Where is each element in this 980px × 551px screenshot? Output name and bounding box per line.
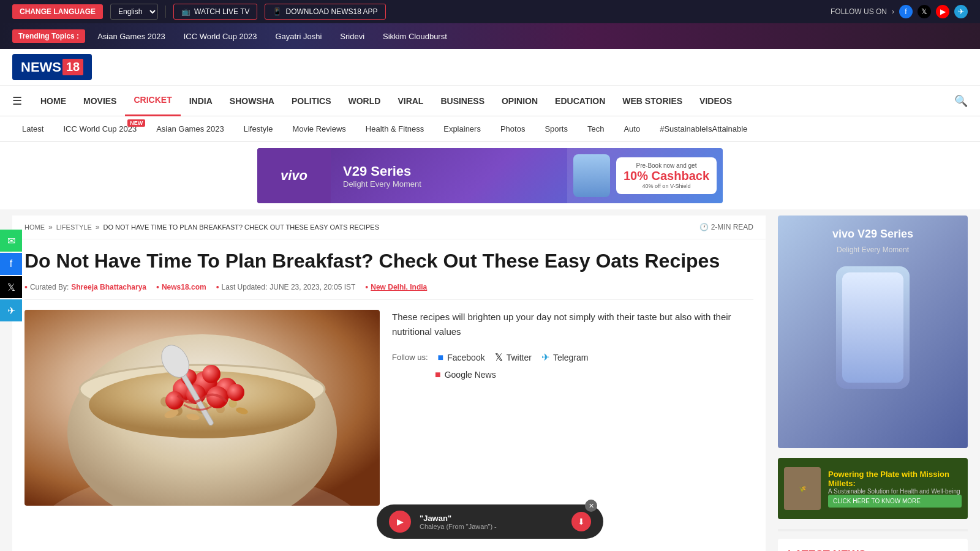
ad-subtitle: Delight Every Moment (343, 179, 555, 189)
nav-movies[interactable]: MOVIES (75, 86, 125, 116)
vivo-logo: vivo (281, 168, 307, 184)
nav-opinion[interactable]: OPINION (493, 86, 546, 116)
article-grid: These recipes will brighten up your day … (24, 310, 753, 506)
hamburger-menu[interactable]: ☰ (12, 94, 22, 108)
facebook-top-icon[interactable]: f (899, 5, 913, 18)
nav-politics[interactable]: POLITICS (283, 86, 340, 116)
search-icon[interactable]: 🔍 (954, 94, 968, 108)
google-news-icon: ■ (435, 369, 441, 380)
vivo-ad[interactable]: vivo V29 Series Delight Every Moment Pre… (257, 148, 723, 203)
google-news-follow-link[interactable]: ■ Google News (435, 369, 753, 380)
nav-viral[interactable]: VIRAL (389, 86, 432, 116)
watch-live-button[interactable]: 📺 WATCH LIVE TV (173, 4, 257, 20)
ad-brand-logo: vivo (257, 148, 331, 203)
svg-point-18 (227, 384, 244, 401)
trending-topic-1[interactable]: ICC World Cup 2023 (184, 32, 257, 41)
mission-cta-button[interactable]: CLICK HERE TO KNOW MORE (828, 495, 962, 508)
play-button[interactable]: ▶ (389, 511, 411, 533)
trending-topic-3[interactable]: Sridevi (340, 32, 364, 41)
download-song-button[interactable]: ⬇ (571, 512, 591, 531)
article-description: These recipes will brighten up your day … (392, 310, 753, 339)
telegram-follow-link[interactable]: ✈ Telegram (541, 351, 589, 363)
follow-us-label: FOLLOW US ON (831, 7, 887, 16)
mission-logo: 🌾 (784, 467, 821, 510)
mission-millets-ad[interactable]: 🌾 Powering the Plate with Mission Millet… (778, 458, 968, 519)
cashback-label: Pre-Book now and get (624, 162, 709, 169)
subnav-asian-games[interactable]: Asian Games 2023 (146, 116, 234, 141)
youtube-top-icon[interactable]: ▶ (936, 5, 949, 18)
nav-world[interactable]: WORLD (340, 86, 390, 116)
meta-date: • Last Updated: JUNE 23, 2023, 20:05 IST (216, 282, 356, 292)
sidebar-vivo-ad[interactable]: vivo V29 Series Delight Every Moment (778, 216, 968, 448)
facebook-share-button[interactable]: f (0, 253, 22, 275)
ad-title: V29 Series (343, 163, 555, 179)
sidebar-vivo-subtitle: Delight Every Moment (790, 246, 956, 254)
trending-topic-0[interactable]: Asian Games 2023 (97, 32, 165, 41)
telegram-icon: ✈ (541, 351, 549, 363)
nav-india[interactable]: INDIA (181, 86, 221, 116)
breadcrumb-home[interactable]: HOME (24, 223, 45, 231)
source-link[interactable]: News18.com (162, 283, 206, 291)
subnav-health[interactable]: Health & Fitness (356, 116, 434, 141)
subnav-sustainable[interactable]: #SustainableIsAttainable (650, 116, 757, 141)
article-meta: • Curated By: Shreeja Bhattacharya • New… (24, 282, 753, 300)
language-select[interactable]: English (110, 4, 158, 20)
nav-showsha[interactable]: SHOWSHA (221, 86, 283, 116)
latest-news-title: LATEST NEWS (788, 549, 958, 551)
subnav-movie-reviews[interactable]: Movie Reviews (282, 116, 355, 141)
phone-icon: 📱 (273, 7, 282, 16)
meta-location: • New Delhi, India (365, 282, 427, 292)
telegram-top-icon[interactable]: ✈ (954, 5, 968, 18)
telegram-share-button[interactable]: ✈ (0, 299, 22, 321)
subnav-photos[interactable]: Photos (491, 116, 535, 141)
sidebar-vivo-title: vivo V29 Series (790, 228, 956, 241)
nav-home[interactable]: HOME (32, 86, 75, 116)
svg-point-15 (165, 391, 184, 410)
facebook-follow-link[interactable]: ■ Facebook (438, 352, 485, 363)
song-name: "Jawan" (420, 514, 563, 523)
breadcrumb-lifestyle[interactable]: LIFESTYLE (56, 223, 92, 231)
nav-education[interactable]: EDUCATION (546, 86, 614, 116)
trending-label: Trending Topics : (12, 29, 85, 43)
shield-offer: 40% off on V-Shield (624, 183, 709, 189)
oats-image-svg (24, 310, 380, 506)
breadcrumb-sep-1: » (48, 223, 53, 231)
article-date: JUNE 23, 2023, 20:05 IST (270, 283, 355, 291)
trending-topic-2[interactable]: Gayatri Joshi (275, 32, 322, 41)
subnav-tech[interactable]: Tech (578, 116, 614, 141)
ad-text: V29 Series Delight Every Moment (331, 148, 567, 203)
top-bar: CHANGE LANGUAGE English 📺 WATCH LIVE TV … (0, 0, 980, 23)
twitter-share-button[interactable]: 𝕏 (0, 276, 22, 298)
subnav-auto[interactable]: Auto (614, 116, 650, 141)
subnav-icc[interactable]: ICC World Cup 2023 NEW (53, 116, 146, 141)
cashback-percent: 10% Cashback (624, 169, 709, 183)
breadcrumb-current: DO NOT HAVE TIME TO PLAN BREAKFAST? CHEC… (103, 223, 379, 231)
read-time: 🕐 2-MIN READ (699, 223, 753, 231)
mission-subtitle: A Sustainable Solution for Health and We… (828, 488, 962, 495)
trending-topic-4[interactable]: Sikkim Cloudburst (383, 32, 447, 41)
logo[interactable]: NEWS 18 (12, 54, 92, 80)
svg-point-20 (202, 365, 221, 383)
main-content: HOME » LIFESTYLE » DO NOT HAVE TIME TO P… (12, 216, 766, 551)
close-player-button[interactable]: ✕ (585, 500, 597, 512)
nav-webstories[interactable]: WEB STORIES (614, 86, 691, 116)
left-social-sidebar: ✉ f 𝕏 ✈ (0, 230, 22, 321)
subnav-latest[interactable]: Latest (12, 116, 53, 141)
twitter-follow-link[interactable]: 𝕏 Twitter (495, 351, 532, 363)
subnav-sports[interactable]: Sports (535, 116, 578, 141)
nav-videos[interactable]: VIDEOS (691, 86, 741, 116)
twitter-top-icon[interactable]: 𝕏 (918, 5, 931, 18)
nav-cricket[interactable]: CRICKET (125, 86, 180, 116)
top-bar-left: CHANGE LANGUAGE English 📺 WATCH LIVE TV … (12, 4, 386, 20)
download-app-button[interactable]: 📱 DOWNLOAD NEWS18 APP (265, 4, 385, 20)
article-body: Do Not Have Time To Plan Breakfast? Chec… (12, 239, 766, 515)
change-language-button[interactable]: CHANGE LANGUAGE (12, 4, 103, 19)
author-link[interactable]: Shreeja Bhattacharya (71, 283, 146, 291)
logo-number: 18 (62, 59, 83, 75)
whatsapp-share-button[interactable]: ✉ (0, 230, 22, 252)
trending-bar: Trending Topics : Asian Games 2023 ICC W… (0, 23, 980, 49)
subnav-explainers[interactable]: Explainers (434, 116, 491, 141)
subnav-lifestyle[interactable]: Lifestyle (234, 116, 283, 141)
ad-banner: vivo V29 Series Delight Every Moment Pre… (0, 142, 980, 209)
nav-business[interactable]: BUSINESS (432, 86, 493, 116)
